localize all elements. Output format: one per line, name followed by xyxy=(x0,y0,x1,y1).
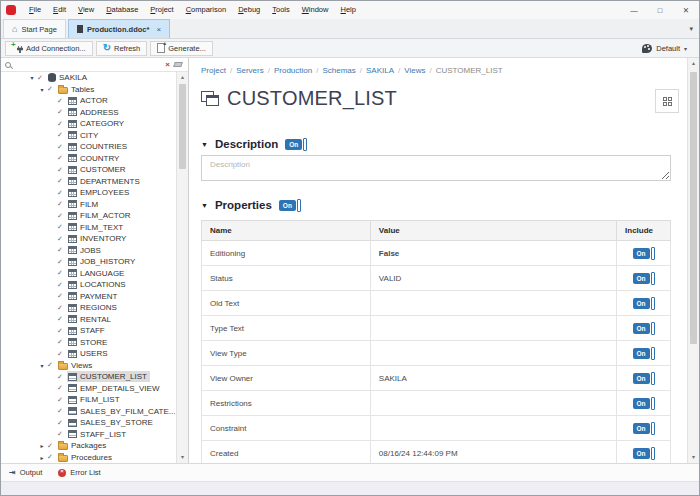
menu-debug[interactable]: Debug xyxy=(232,1,266,19)
tree-item-film-list[interactable]: ✓FILM_LIST xyxy=(1,394,176,406)
tree-node[interactable]: ADDRESS xyxy=(67,107,122,118)
tree-item-countries[interactable]: ✓COUNTRIES xyxy=(1,141,176,153)
tree-node[interactable]: FILM_ACTOR xyxy=(67,210,134,221)
tree-item-users[interactable]: ✓USERS xyxy=(1,348,176,360)
collapse-arrow-icon[interactable]: ▼ xyxy=(201,141,208,148)
checkbox-checked-icon[interactable]: ✓ xyxy=(57,350,67,358)
expander-icon[interactable]: ▸ xyxy=(37,454,47,461)
tree-node[interactable]: DEPARTMENTS xyxy=(67,176,143,187)
expander-icon[interactable]: ▸ xyxy=(37,442,47,449)
tree-node[interactable]: INVENTORY xyxy=(67,233,129,244)
checkbox-checked-icon[interactable]: ✓ xyxy=(57,373,67,381)
include-toggle[interactable]: On xyxy=(633,447,655,460)
scroll-down-icon[interactable]: ▾ xyxy=(688,452,699,463)
checkbox-checked-icon[interactable]: ✓ xyxy=(57,189,67,197)
tree-node[interactable]: EMPLOYEES xyxy=(67,187,132,198)
checkbox-checked-icon[interactable]: ✓ xyxy=(47,361,57,369)
scroll-up-icon[interactable]: ▴ xyxy=(688,58,699,69)
generate-button[interactable]: Generate... xyxy=(150,41,213,56)
checkbox-checked-icon[interactable]: ✓ xyxy=(47,85,57,93)
tree-node[interactable]: Packages xyxy=(57,440,109,451)
include-toggle[interactable]: On xyxy=(633,422,655,435)
tree-item-country[interactable]: ✓COUNTRY xyxy=(1,153,176,165)
tree-item-category[interactable]: ✓CATEGORY xyxy=(1,118,176,130)
checkbox-checked-icon[interactable]: ✓ xyxy=(57,430,67,438)
tree-item-film-text[interactable]: ✓FILM_TEXT xyxy=(1,222,176,234)
tree-item-procedures[interactable]: ▸✓Procedures xyxy=(1,452,176,464)
tree-node[interactable]: Views xyxy=(57,360,95,371)
description-input[interactable] xyxy=(201,155,671,181)
tree-node[interactable]: JOBS xyxy=(67,245,104,256)
tree-item-views[interactable]: ▾✓Views xyxy=(1,360,176,372)
checkbox-checked-icon[interactable]: ✓ xyxy=(57,407,67,415)
checkbox-checked-icon[interactable]: ✓ xyxy=(37,74,47,82)
menu-comparison[interactable]: Comparison xyxy=(180,1,232,19)
checkbox-checked-icon[interactable]: ✓ xyxy=(57,269,67,277)
tree-node[interactable]: SAKILA xyxy=(47,72,90,83)
checkbox-checked-icon[interactable]: ✓ xyxy=(57,304,67,312)
checkbox-checked-icon[interactable]: ✓ xyxy=(57,246,67,254)
tree-item-customer-list[interactable]: ✓CUSTOMER_LIST xyxy=(1,371,176,383)
breadcrumb-item[interactable]: Servers xyxy=(236,66,264,75)
expander-icon[interactable]: ▾ xyxy=(27,74,37,81)
tree-node[interactable]: JOB_HISTORY xyxy=(67,256,138,267)
checkbox-checked-icon[interactable]: ✓ xyxy=(57,235,67,243)
tree-item-employees[interactable]: ✓EMPLOYEES xyxy=(1,187,176,199)
tree-item-sakila[interactable]: ▾✓SAKILA xyxy=(1,72,176,84)
tree-node[interactable]: PAYMENT xyxy=(67,291,120,302)
tree-item-job-history[interactable]: ✓JOB_HISTORY xyxy=(1,256,176,268)
search-input[interactable] xyxy=(15,59,161,71)
tree-node[interactable]: USERS xyxy=(67,348,111,359)
checkbox-checked-icon[interactable]: ✓ xyxy=(57,338,67,346)
tree-scrollbar[interactable]: ▴ ▾ xyxy=(176,72,188,463)
tree-node[interactable]: COUNTRY xyxy=(67,153,122,164)
checkbox-checked-icon[interactable]: ✓ xyxy=(57,108,67,116)
tree-node[interactable]: STAFF xyxy=(67,325,108,336)
breadcrumb-item[interactable]: Production xyxy=(274,66,312,75)
breadcrumb-item[interactable]: SAKILA xyxy=(366,66,394,75)
checkbox-checked-icon[interactable]: ✓ xyxy=(57,154,67,162)
tree-node[interactable]: COUNTRIES xyxy=(67,141,130,152)
tree-node[interactable]: LOCATIONS xyxy=(67,279,129,290)
tree-item-rental[interactable]: ✓RENTAL xyxy=(1,314,176,326)
include-toggle[interactable]: On xyxy=(633,322,655,335)
tree-item-jobs[interactable]: ✓JOBS xyxy=(1,245,176,257)
tree-node[interactable]: FILM_LIST xyxy=(67,394,123,405)
tree-node[interactable]: STAFF_LIST xyxy=(67,429,129,440)
checkbox-checked-icon[interactable]: ✓ xyxy=(57,315,67,323)
tree-item-sales-by-store[interactable]: ✓SALES_BY_STORE xyxy=(1,417,176,429)
tree-node[interactable]: FILM xyxy=(67,199,101,210)
tree-item-packages[interactable]: ▸✓Packages xyxy=(1,440,176,452)
tree-node[interactable]: ACTOR xyxy=(67,95,111,106)
layout-grid-button[interactable] xyxy=(655,89,679,113)
checkbox-checked-icon[interactable]: ✓ xyxy=(47,453,57,461)
tree-node[interactable]: Tables xyxy=(57,84,97,95)
tree-item-store[interactable]: ✓STORE xyxy=(1,337,176,349)
expander-icon[interactable]: ▾ xyxy=(37,362,47,369)
tree-item-payment[interactable]: ✓PAYMENT xyxy=(1,291,176,303)
tree-node[interactable]: CUSTOMER xyxy=(67,164,129,175)
description-section-header[interactable]: ▼ Description On xyxy=(201,137,671,151)
collapse-arrow-icon[interactable]: ▼ xyxy=(201,202,208,209)
tree-node[interactable]: CUSTOMER_LIST xyxy=(67,371,150,382)
tree-node[interactable]: LANGUAGE xyxy=(67,268,127,279)
checkbox-checked-icon[interactable]: ✓ xyxy=(47,442,57,450)
close-button[interactable]: ✕ xyxy=(673,1,699,19)
tab-production-ddoc[interactable]: Production.ddoc* × xyxy=(68,19,170,38)
tree-item-staff-list[interactable]: ✓STAFF_LIST xyxy=(1,429,176,441)
minimize-button[interactable]: — xyxy=(621,1,647,19)
checkbox-checked-icon[interactable]: ✓ xyxy=(57,292,67,300)
tree-item-tables[interactable]: ▾✓Tables xyxy=(1,84,176,96)
menu-file[interactable]: File xyxy=(23,1,47,19)
eraser-icon[interactable] xyxy=(173,62,183,67)
breadcrumb-item[interactable]: Schemas xyxy=(322,66,355,75)
include-toggle[interactable]: On xyxy=(633,272,655,285)
tree-item-locations[interactable]: ✓LOCATIONS xyxy=(1,279,176,291)
checkbox-checked-icon[interactable]: ✓ xyxy=(57,120,67,128)
tree-node[interactable]: CITY xyxy=(67,130,101,141)
scrollbar-thumb[interactable] xyxy=(179,84,186,169)
tree-node[interactable]: REGIONS xyxy=(67,302,120,313)
menu-edit[interactable]: Edit xyxy=(47,1,72,19)
scroll-down-icon[interactable]: ▾ xyxy=(177,452,188,463)
tab-close-icon[interactable]: × xyxy=(156,25,161,34)
